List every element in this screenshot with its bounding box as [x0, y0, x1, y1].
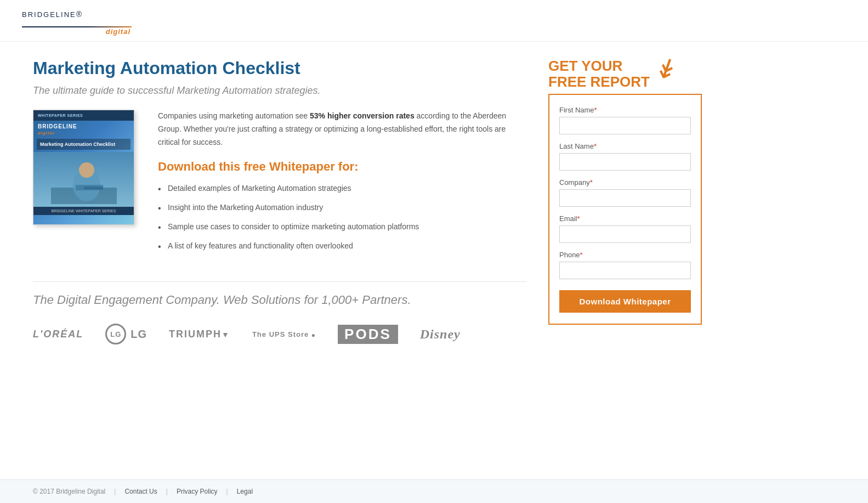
company-group: Company* [559, 178, 691, 207]
list-item: Detailed examples of Marketing Automatio… [158, 183, 526, 194]
cover-image-area [33, 152, 134, 207]
arrow-down-icon: ↡ [652, 55, 681, 83]
cover-header: WHITEPAPER SERIES [33, 110, 134, 121]
cover-title-box: Marketing Automation Checklist [37, 139, 131, 150]
cover-logo: BRIDGELINEdigital [33, 121, 134, 137]
required-marker: * [577, 214, 580, 223]
company-input[interactable] [559, 189, 691, 207]
footer: © 2017 Bridgeline Digital | Contact Us |… [0, 479, 868, 503]
email-group: Email* [559, 214, 691, 243]
first-name-input[interactable] [559, 117, 691, 134]
ups-logo: The UPS Store ● [252, 330, 316, 339]
get-report-text: GET YOUR FREE REPORT [548, 58, 650, 89]
text-block: Companies using marketing automation see… [158, 110, 526, 259]
email-label: Email* [559, 214, 691, 223]
first-name-label: First Name* [559, 106, 691, 114]
download-button[interactable]: Download Whitepaper [559, 290, 691, 313]
list-item: A list of key features and functionality… [158, 240, 526, 252]
required-marker: * [590, 178, 593, 186]
first-name-group: First Name* [559, 106, 691, 134]
phone-input[interactable] [559, 262, 691, 279]
required-marker: * [594, 142, 597, 150]
logo-sub: digital [22, 27, 132, 36]
last-name-label: Last Name* [559, 142, 691, 150]
last-name-input[interactable] [559, 153, 691, 171]
loreal-logo: L'ORÉAL [33, 329, 83, 340]
cover-bottom-bar: BRIDGELINE WHITEPAPER SERIES [33, 207, 134, 215]
svg-rect-4 [84, 186, 103, 189]
svg-point-2 [79, 162, 94, 178]
lg-circle: LG [105, 324, 126, 344]
right-section: GET YOUR FREE REPORT ↡ First Name* Last … [548, 58, 702, 468]
lg-logo: LG LG [105, 324, 147, 344]
pods-logo: PODS [338, 325, 398, 344]
form-container: First Name* Last Name* Company* [548, 94, 702, 325]
list-item: Sample use cases to consider to optimize… [158, 221, 526, 233]
legal-link[interactable]: Legal [237, 488, 253, 495]
required-marker: * [580, 251, 583, 259]
phone-group: Phone* [559, 251, 691, 279]
bullet-list: Detailed examples of Marketing Automatio… [158, 183, 526, 252]
lg-logo-inner: LG LG [105, 324, 147, 344]
logo-main: BRIDGELINE® [22, 10, 83, 25]
email-input[interactable] [559, 225, 691, 243]
phone-label: Phone* [559, 251, 691, 259]
logos-row: L'ORÉAL LG LG TRIUMPH▼ The UPS Store ● P… [33, 324, 526, 344]
logo-container: BRIDGELINE® digital [22, 10, 846, 36]
copyright: © 2017 Bridgeline Digital [33, 488, 105, 495]
triumph-logo: TRIUMPH▼ [169, 329, 230, 340]
partners-section: The Digital Engagement Company. Web Solu… [33, 281, 526, 344]
intro-text: Companies using marketing automation see… [158, 110, 526, 149]
header: BRIDGELINE® digital [0, 0, 868, 42]
privacy-policy-link[interactable]: Privacy Policy [177, 488, 218, 495]
left-section: Marketing Automation Checklist The ultim… [33, 58, 526, 468]
page-title: Marketing Automation Checklist [33, 58, 526, 78]
whitepaper-cover: WHITEPAPER SERIES BRIDGELINEdigital Mark… [33, 110, 134, 225]
company-label: Company* [559, 178, 691, 186]
content-block: WHITEPAPER SERIES BRIDGELINEdigital Mark… [33, 110, 526, 259]
required-marker: * [594, 106, 597, 114]
partners-heading: The Digital Engagement Company. Web Solu… [33, 293, 526, 307]
last-name-group: Last Name* [559, 142, 691, 171]
list-item: Insight into the Marketing Automation in… [158, 202, 526, 213]
contact-us-link[interactable]: Contact Us [124, 488, 157, 495]
disney-logo: Disney [420, 327, 461, 342]
whitepaper-image: WHITEPAPER SERIES BRIDGELINEdigital Mark… [33, 110, 143, 259]
download-heading: Download this free Whitepaper for: [158, 160, 526, 174]
page-subtitle: The ultimate guide to successful Marketi… [33, 85, 526, 97]
get-report-header: GET YOUR FREE REPORT ↡ [548, 58, 702, 89]
main-content: Marketing Automation Checklist The ultim… [0, 42, 868, 479]
